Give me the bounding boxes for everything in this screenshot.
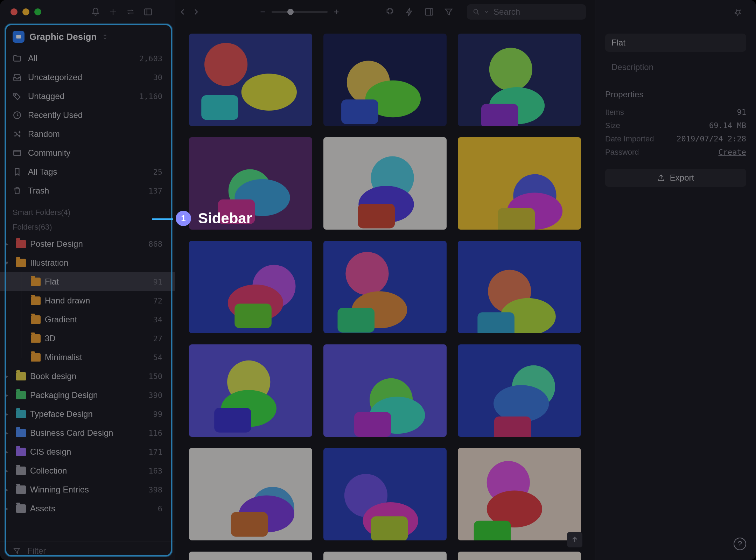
thumbnail[interactable]: [323, 34, 447, 126]
export-button[interactable]: Export: [605, 169, 746, 187]
disclosure-triangle-icon[interactable]: ▾: [1, 259, 12, 267]
disclosure-triangle-icon[interactable]: ▸: [1, 372, 12, 380]
property-key: Date Imported: [605, 134, 654, 144]
svg-rect-45: [231, 512, 268, 537]
thumbnail[interactable]: [189, 344, 312, 437]
disclosure-triangle-icon[interactable]: ▸: [1, 429, 12, 437]
disclosure-triangle-icon[interactable]: ▸: [1, 410, 12, 418]
zoom-slider-thumb[interactable]: [287, 9, 294, 15]
bolt-icon[interactable]: [405, 7, 414, 17]
folder-illustration[interactable]: ▾Illustration: [0, 253, 175, 272]
sidebar-item-trash[interactable]: Trash137: [0, 181, 175, 200]
folder-label: Hand drawn: [45, 296, 149, 306]
folder-flat[interactable]: Flat91: [0, 272, 175, 291]
swap-icon[interactable]: [126, 7, 135, 16]
search-input[interactable]: [493, 7, 580, 17]
thumbnail[interactable]: [458, 552, 581, 560]
folder-3d[interactable]: 3D27: [0, 329, 175, 348]
smart-folders-header[interactable]: Smart Folders(4): [0, 200, 175, 220]
help-button[interactable]: ?: [734, 538, 746, 550]
thumbnail[interactable]: [458, 241, 581, 333]
thumbnail[interactable]: [189, 34, 312, 126]
folder-book-design[interactable]: ▸Book design150: [0, 367, 175, 386]
pin-icon[interactable]: [734, 8, 742, 17]
disclosure-triangle-icon[interactable]: ▸: [1, 448, 12, 456]
svg-rect-3: [16, 35, 21, 38]
thumbnail[interactable]: [189, 552, 312, 560]
disclosure-triangle-icon[interactable]: ▸: [1, 240, 12, 248]
folder-poster-design[interactable]: ▸Poster Design868: [0, 234, 175, 253]
folder-cis-design[interactable]: ▸CIS design171: [0, 442, 175, 461]
thumbnail-grid: [175, 24, 595, 560]
folders-header[interactable]: Folders(63): [0, 220, 175, 234]
plus-icon[interactable]: [108, 7, 118, 16]
filter-icon[interactable]: [444, 7, 454, 17]
folder-count: 171: [148, 448, 162, 456]
folder-collection[interactable]: ▸Collection163: [0, 461, 175, 480]
zoom-in-icon[interactable]: [332, 8, 340, 16]
layout-icon[interactable]: [424, 7, 434, 17]
thumbnail[interactable]: [189, 241, 312, 333]
folder-count: 163: [148, 467, 162, 475]
property-value[interactable]: Create: [719, 148, 746, 157]
folder-icon: [31, 278, 41, 286]
sidebar-item-random[interactable]: Random: [0, 125, 175, 144]
nav-arrows: [178, 8, 214, 16]
folder-count: 99: [153, 410, 163, 419]
zoom-out-icon[interactable]: [259, 8, 267, 16]
chevron-down-icon[interactable]: [484, 9, 489, 15]
thumbnail[interactable]: [323, 137, 447, 230]
thumbnail[interactable]: [458, 34, 581, 126]
folder-packaging-design[interactable]: ▸Packaging Design390: [0, 386, 175, 405]
scroll-to-top-button[interactable]: [567, 532, 582, 547]
sidebar-item-uncategorized[interactable]: Uncategorized30: [0, 68, 175, 87]
sidebar-item-recently-used[interactable]: Recently Used: [0, 106, 175, 125]
thumbnail[interactable]: [458, 448, 581, 540]
window-minimize-button[interactable]: [22, 8, 29, 15]
sidebar-item-count: 30: [153, 73, 163, 82]
svg-rect-39: [354, 412, 391, 437]
folder-winning-entries[interactable]: ▸Winning Entries398: [0, 480, 175, 499]
folder-gradient[interactable]: Gradient34: [0, 310, 175, 329]
nav-forward-icon[interactable]: [192, 8, 200, 16]
disclosure-triangle-icon[interactable]: ▸: [1, 467, 12, 475]
bell-icon[interactable]: [91, 7, 100, 16]
search-box[interactable]: [467, 4, 586, 20]
disclosure-triangle-icon[interactable]: ▸: [1, 391, 12, 399]
folder-title-input[interactable]: [605, 34, 746, 52]
thumbnail[interactable]: [189, 137, 312, 230]
folder-count: 6: [158, 504, 162, 513]
svg-point-4: [15, 94, 16, 96]
svg-rect-1: [426, 9, 433, 15]
sidebar-filter[interactable]: Filter: [0, 541, 175, 560]
thumbnail[interactable]: [323, 344, 447, 437]
folder-typeface-design[interactable]: ▸Typeface Design99: [0, 405, 175, 424]
extension-icon[interactable]: [385, 7, 395, 17]
property-row-password[interactable]: PasswordCreate: [605, 146, 746, 159]
folder-description-field[interactable]: Description: [605, 57, 746, 76]
thumbnail[interactable]: [189, 448, 312, 540]
thumbnail[interactable]: [323, 552, 447, 560]
folder-count: 868: [148, 240, 162, 248]
window-close-button[interactable]: [10, 8, 18, 15]
disclosure-triangle-icon[interactable]: ▸: [1, 505, 12, 512]
sidebar-item-all[interactable]: All2,603: [0, 49, 175, 68]
thumbnail[interactable]: [323, 448, 447, 540]
window-maximize-button[interactable]: [34, 8, 41, 15]
zoom-slider[interactable]: [272, 11, 328, 13]
folder-minimalist[interactable]: Minimalist54: [0, 348, 175, 367]
disclosure-triangle-icon[interactable]: ▸: [1, 486, 12, 493]
thumbnail[interactable]: [458, 344, 581, 437]
nav-back-icon[interactable]: [178, 8, 187, 16]
library-switcher[interactable]: Graphic Design: [0, 28, 175, 49]
thumbnail[interactable]: [458, 137, 581, 230]
thumbnail[interactable]: [323, 241, 447, 333]
sidebar-item-untagged[interactable]: Untagged1,160: [0, 87, 175, 106]
sidebar-item-community[interactable]: Community: [0, 144, 175, 162]
folder-business-card-design[interactable]: ▸Business Card Design116: [0, 424, 175, 442]
folder-hand-drawn[interactable]: Hand drawn72: [0, 291, 175, 310]
sidebar-toggle-icon[interactable]: [144, 7, 153, 16]
sidebar-item-all-tags[interactable]: All Tags25: [0, 162, 175, 181]
folder-assets[interactable]: ▸Assets6: [0, 499, 175, 518]
folder-icon: [31, 315, 41, 324]
